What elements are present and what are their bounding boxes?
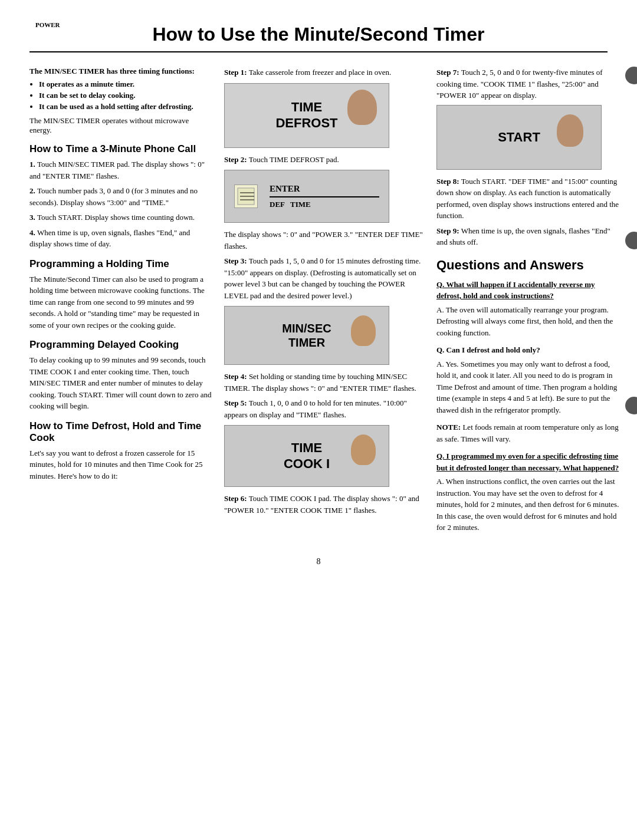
page-title: How to Use the Minute/Second Timer <box>29 24 608 52</box>
circle-mid <box>625 232 637 249</box>
left-column: The MIN/SEC TIMER has three timing funct… <box>29 67 212 485</box>
power-label: POWER <box>35 21 60 28</box>
circle-top <box>625 67 637 84</box>
section2-text: The Minute/Second Timer can also be used… <box>29 274 212 331</box>
mid-step5: Step 5: Touch 1, 0, 0 and 0 to hold for … <box>224 397 425 420</box>
mid-step6: Step 6: Touch TIME COOK I pad. The displ… <box>224 493 425 516</box>
right-step7: Step 7: Touch 2, 5, 0 and 0 for twenty-f… <box>436 67 619 101</box>
enter-label: ENTER <box>270 184 379 197</box>
time-defrost-panel: TIMEDEFROST <box>224 83 389 148</box>
right-circles <box>625 67 637 414</box>
middle-column: Step 1: Take casserole from freezer and … <box>224 67 425 519</box>
circle-bottom <box>625 397 637 414</box>
mid-step2: Step 2: Touch TIME DEFROST pad. <box>224 154 425 166</box>
section3-title: Programming Delayed Cooking <box>29 339 212 351</box>
qa-q3: Q. I programmed my oven for a specific d… <box>436 450 619 473</box>
section3-text: To delay cooking up to 99 minutes and 99… <box>29 354 212 412</box>
finger2-icon <box>557 114 583 147</box>
def-time-label: DEF TIME <box>270 200 379 209</box>
enter-def-time-panel: POWER ENTER DEF TIME <box>224 170 389 223</box>
start-label: START <box>498 130 540 145</box>
step-2: 2. Touch number pads 3, 0 and 0 (for 3 m… <box>29 185 212 208</box>
page-number: 8 <box>29 557 608 566</box>
minsec-timer-panel: MIN/SECTIMER <box>224 306 389 365</box>
right-step8: Step 8: Touch START. "DEF TIME" and "15:… <box>436 176 619 222</box>
qa-q1: Q. What will happen if I accidentally re… <box>436 279 619 302</box>
section2-title: Programming a Holding Time <box>29 258 212 270</box>
qa-q2: Q. Can I defrost and hold only? <box>436 344 619 356</box>
bullet-1: It operates as a minute timer. <box>39 80 212 89</box>
section1-steps: 1. Touch MIN/SEC TIMER pad. The display … <box>29 159 212 250</box>
section4-text: Let's say you want to defrost a frozen c… <box>29 447 212 482</box>
finger-icon <box>347 90 377 125</box>
start-panel: START <box>436 105 602 170</box>
qa-a3: A. When instructions conflict, the oven … <box>436 476 619 533</box>
section4-title: How to Time Defrost, Hold and Time Cook <box>29 420 212 444</box>
panel-note: The display shows ": 0" and "POWER 3." "… <box>224 229 425 252</box>
time-defrost-label: TIMEDEFROST <box>275 100 337 131</box>
bullet-3: It can be used as a hold setting after d… <box>39 102 212 111</box>
step-4: 4. When time is up, oven signals, flashe… <box>29 227 212 250</box>
mid-step4: Step 4: Set holding or standing time by … <box>224 371 425 394</box>
bullet-2: It can be set to delay cooking. <box>39 91 212 100</box>
qa-title: Questions and Answers <box>436 258 619 273</box>
small-display <box>234 185 258 208</box>
minsec-label: MIN/SECTIMER <box>282 321 331 350</box>
right-step9: Step 9: When time is up, the oven signal… <box>436 225 619 248</box>
step-1: 1. Touch MIN/SEC TIMER pad. The display … <box>29 159 212 182</box>
intro-note: The MIN/SEC TIMER operates without micro… <box>29 116 212 135</box>
bullet-list: It operates as a minute timer. It can be… <box>39 80 212 111</box>
mid-step1: Step 1: Take casserole from freezer and … <box>224 67 425 78</box>
qa-a1: A. The oven will automatically rearrange… <box>436 304 619 339</box>
timecook-panel: TIMECOOK I <box>224 425 389 487</box>
qa-a2: A. Yes. Sometimes you may only want to d… <box>436 358 619 416</box>
qa-note: NOTE: Let foods remain at room temperatu… <box>436 421 619 444</box>
section1-title: How to Time a 3-Minute Phone Call <box>29 143 212 155</box>
intro-bold: The MIN/SEC TIMER has three timing funct… <box>29 67 212 76</box>
mid-step3: Step 3: Touch pads 1, 5, 0 and 0 for 15 … <box>224 255 425 301</box>
right-column: Step 7: Touch 2, 5, 0 and 0 for twenty-f… <box>436 67 619 539</box>
timecook-label: TIMECOOK I <box>284 440 330 472</box>
step-3: 3. Touch START. Display shows time count… <box>29 212 212 223</box>
